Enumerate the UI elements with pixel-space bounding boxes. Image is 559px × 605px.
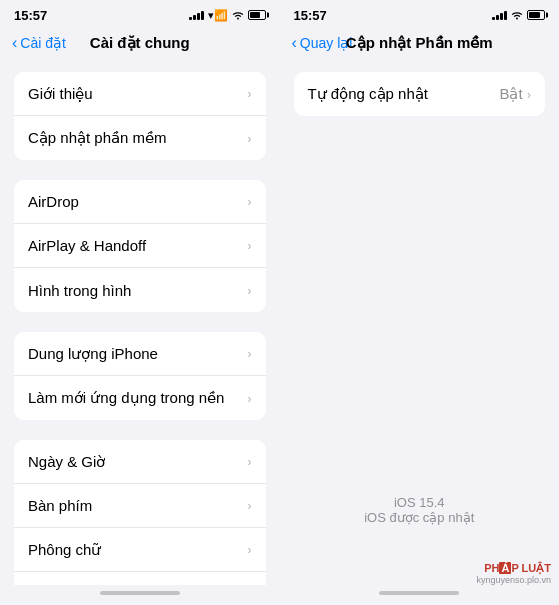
left-status-icons: ▾📶	[189, 9, 266, 22]
chevron-right-icon: ›	[247, 346, 251, 361]
left-back-button[interactable]: ‹ Cài đặt	[12, 34, 66, 52]
right-time: 15:57	[294, 8, 327, 23]
watermark: PHÁP LUẬT kynguyenso.plo.vn	[476, 562, 551, 585]
row-label: Cập nhật phần mềm	[28, 129, 167, 147]
list-item[interactable]: Ngày & Giờ ›	[14, 440, 266, 484]
left-content: Giới thiệu › Cập nhật phần mềm › AirDrop…	[0, 64, 280, 585]
row-right: ›	[247, 238, 251, 253]
left-group-1: Giới thiệu › Cập nhật phần mềm ›	[14, 72, 266, 160]
left-group-4: Ngày & Giờ › Bàn phím › Phông chữ › Ngôn…	[14, 440, 266, 585]
home-indicator	[280, 585, 560, 605]
row-right: ›	[247, 542, 251, 557]
brand-highlight: Á	[499, 562, 511, 574]
home-bar	[379, 591, 459, 595]
signal-icon	[189, 10, 204, 20]
row-label: AirDrop	[28, 193, 79, 210]
battery-icon	[527, 10, 545, 20]
list-item[interactable]: Làm mới ứng dụng trong nền ›	[14, 376, 266, 420]
home-indicator	[0, 585, 280, 605]
right-nav-bar: ‹ Quay lại Cập nhật Phần mềm	[280, 26, 560, 64]
row-label: Hình trong hình	[28, 282, 131, 299]
row-right: ›	[247, 131, 251, 146]
right-nav-title: Cập nhật Phần mềm	[346, 34, 493, 52]
right-back-label: Quay lại	[300, 35, 353, 51]
row-right: ›	[247, 498, 251, 513]
list-item[interactable]: Tự động cập nhật Bật ›	[294, 72, 546, 116]
left-back-label: Cài đặt	[20, 35, 66, 51]
row-label: Tự động cập nhật	[308, 85, 428, 103]
list-item[interactable]: AirPlay & Handoff ›	[14, 224, 266, 268]
back-chevron-icon: ‹	[292, 34, 297, 52]
left-group-2: AirDrop › AirPlay & Handoff › Hình trong…	[14, 180, 266, 312]
chevron-right-icon: ›	[247, 194, 251, 209]
ios-version: iOS 15.4	[280, 495, 560, 510]
wifi-icon: ▾📶	[208, 9, 228, 22]
list-item[interactable]: Hình trong hình ›	[14, 268, 266, 312]
ios-update-info: iOS 15.4 iOS được cập nhật	[280, 495, 560, 525]
row-right: ›	[247, 283, 251, 298]
left-time: 15:57	[14, 8, 47, 23]
row-right: ›	[247, 346, 251, 361]
battery-icon	[248, 10, 266, 20]
row-label: Ngày & Giờ	[28, 453, 105, 471]
row-right: Bật ›	[499, 85, 531, 103]
right-back-button[interactable]: ‹ Quay lại	[292, 34, 353, 52]
right-panel: 15:57 ‹ Quay lại Cập nhật Phần mềm	[280, 0, 560, 605]
chevron-right-icon: ›	[247, 391, 251, 406]
left-panel: 15:57 ▾📶 ‹ Cài đặt Cài đặt chung	[0, 0, 280, 605]
brand-url: kynguyenso.plo.vn	[476, 575, 551, 585]
left-nav-bar: ‹ Cài đặt Cài đặt chung	[0, 26, 280, 64]
row-label: AirPlay & Handoff	[28, 237, 146, 254]
wifi-icon	[511, 10, 523, 20]
ios-status: iOS được cập nhật	[280, 510, 560, 525]
row-right: ›	[247, 454, 251, 469]
right-status-icons	[492, 10, 545, 20]
chevron-right-icon: ›	[527, 87, 531, 102]
left-nav-title: Cài đặt chung	[90, 34, 190, 52]
chevron-right-icon: ›	[247, 454, 251, 469]
row-right: ›	[247, 194, 251, 209]
right-status-bar: 15:57	[280, 0, 560, 26]
chevron-right-icon: ›	[247, 283, 251, 298]
list-item[interactable]: Dung lượng iPhone ›	[14, 332, 266, 376]
signal-icon	[492, 10, 507, 20]
row-value: Bật	[499, 85, 522, 103]
row-label: Giới thiệu	[28, 85, 93, 103]
list-item[interactable]: Bàn phím ›	[14, 484, 266, 528]
chevron-right-icon: ›	[247, 238, 251, 253]
row-right: ›	[247, 86, 251, 101]
back-chevron-icon: ‹	[12, 34, 17, 52]
row-right: ›	[247, 391, 251, 406]
chevron-right-icon: ›	[247, 131, 251, 146]
row-label: Phông chữ	[28, 541, 101, 559]
list-item[interactable]: Ngôn ngữ & Vùng ›	[14, 572, 266, 585]
left-group-3: Dung lượng iPhone › Làm mới ứng dụng tro…	[14, 332, 266, 420]
chevron-right-icon: ›	[247, 542, 251, 557]
list-item[interactable]: Giới thiệu ›	[14, 72, 266, 116]
brand-logo: PHÁP LUẬT	[476, 562, 551, 575]
left-status-bar: 15:57 ▾📶	[0, 0, 280, 26]
right-group-1: Tự động cập nhật Bật ›	[294, 72, 546, 116]
row-label: Làm mới ứng dụng trong nền	[28, 389, 224, 407]
row-label: Dung lượng iPhone	[28, 345, 158, 363]
list-item[interactable]: Phông chữ ›	[14, 528, 266, 572]
row-label: Bàn phím	[28, 497, 92, 514]
chevron-right-icon: ›	[247, 498, 251, 513]
home-bar	[100, 591, 180, 595]
chevron-right-icon: ›	[247, 86, 251, 101]
list-item[interactable]: Cập nhật phần mềm ›	[14, 116, 266, 160]
wifi-icon	[232, 10, 244, 20]
list-item[interactable]: AirDrop ›	[14, 180, 266, 224]
